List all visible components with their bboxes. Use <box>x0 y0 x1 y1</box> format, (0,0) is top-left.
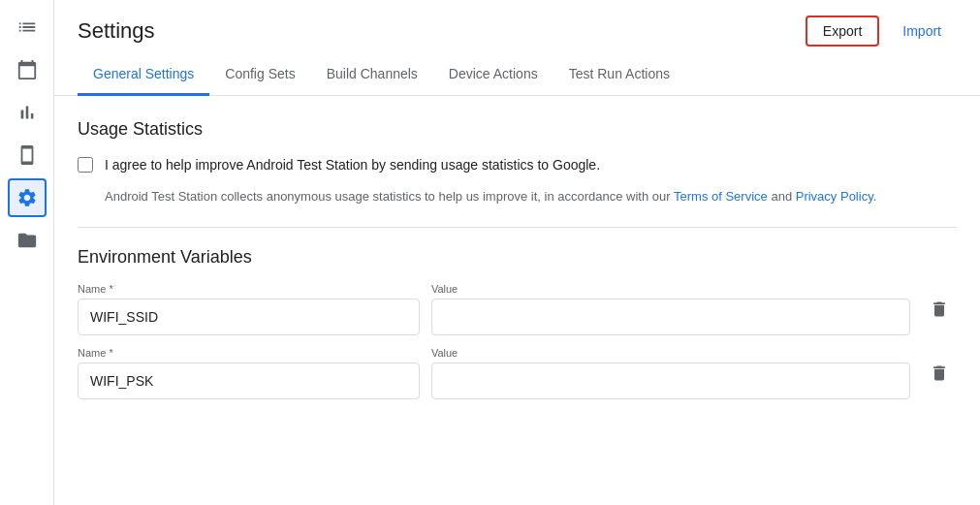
env-value-group-0: Value <box>431 283 910 335</box>
env-row-0: Name * Value <box>78 283 957 335</box>
content-area: Usage Statistics I agree to help improve… <box>54 96 980 505</box>
main-content: Settings Export Import General Settings … <box>54 0 980 505</box>
env-value-group-1: Value <box>431 347 910 399</box>
tab-config-sets[interactable]: Config Sets <box>209 54 310 96</box>
env-name-input-0[interactable] <box>78 299 420 335</box>
sidebar-item-calendar[interactable] <box>8 50 47 89</box>
env-value-input-1[interactable] <box>431 363 910 399</box>
export-button[interactable]: Export <box>806 16 879 47</box>
sidebar-item-folder[interactable] <box>8 221 47 260</box>
sidebar <box>0 0 54 505</box>
usage-info-text: Android Test Station collects anonymous … <box>105 187 957 207</box>
tabs-container: General Settings Config Sets Build Chann… <box>54 54 980 96</box>
env-name-group-1: Name * <box>78 347 420 399</box>
folder-icon <box>16 230 38 251</box>
env-name-input-1[interactable] <box>78 363 420 399</box>
page-header: Settings Export Import <box>54 0 980 54</box>
analytics-icon <box>16 102 38 123</box>
env-name-label-1: Name * <box>78 347 420 359</box>
sidebar-item-settings[interactable] <box>8 178 47 217</box>
env-name-label-0: Name * <box>78 283 420 295</box>
tab-device-actions[interactable]: Device Actions <box>433 54 553 96</box>
tab-build-channels[interactable]: Build Channels <box>311 54 433 96</box>
env-value-input-0[interactable] <box>431 299 910 335</box>
import-button[interactable]: Import <box>887 17 957 45</box>
usage-statistics-checkbox[interactable] <box>78 157 93 173</box>
privacy-policy-link[interactable]: Privacy Policy <box>796 189 873 204</box>
delete-icon-1 <box>930 363 949 383</box>
calendar-icon <box>16 59 38 80</box>
env-delete-button-1[interactable] <box>922 356 957 391</box>
tasks-icon <box>16 16 38 38</box>
env-value-label-1: Value <box>431 347 910 359</box>
terms-of-service-link[interactable]: Terms of Service <box>674 189 768 204</box>
tab-test-run-actions[interactable]: Test Run Actions <box>553 54 685 96</box>
section-divider <box>78 227 957 228</box>
delete-icon-0 <box>930 300 949 319</box>
env-row-1: Name * Value <box>78 347 957 399</box>
env-variables-title: Environment Variables <box>78 247 957 268</box>
settings-icon <box>16 187 38 208</box>
header-actions: Export Import <box>806 16 957 47</box>
usage-checkbox-label: I agree to help improve Android Test Sta… <box>105 155 600 175</box>
env-name-group-0: Name * <box>78 283 420 335</box>
env-delete-button-0[interactable] <box>922 292 957 327</box>
sidebar-item-device[interactable] <box>8 136 47 174</box>
sidebar-item-analytics[interactable] <box>8 93 47 132</box>
sidebar-item-tasks[interactable] <box>8 8 47 47</box>
device-icon <box>16 144 38 166</box>
page-title: Settings <box>78 18 155 44</box>
usage-checkbox-row: I agree to help improve Android Test Sta… <box>78 155 957 175</box>
usage-statistics-title: Usage Statistics <box>78 119 957 140</box>
env-value-label-0: Value <box>431 283 910 295</box>
tab-general-settings[interactable]: General Settings <box>78 54 209 96</box>
